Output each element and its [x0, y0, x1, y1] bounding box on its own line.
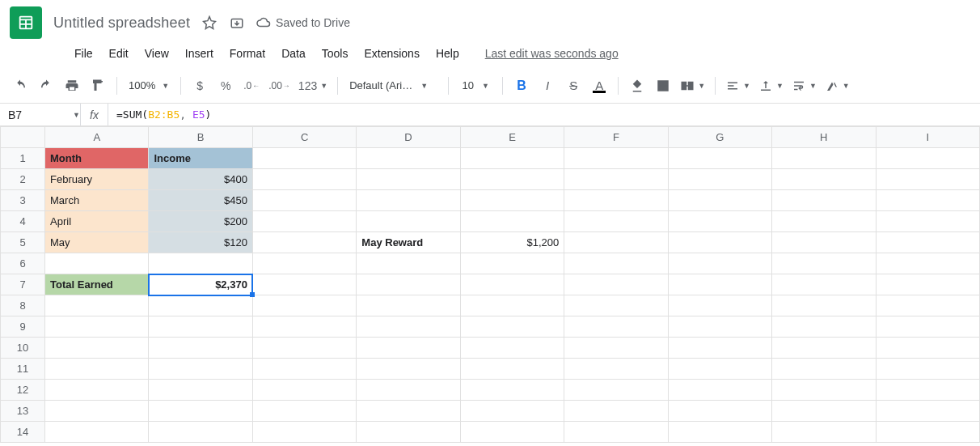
cell-F10[interactable] — [564, 338, 668, 359]
cell-D14[interactable] — [357, 422, 460, 443]
cell-D3[interactable] — [357, 190, 460, 211]
cell-H3[interactable] — [772, 190, 876, 211]
cell-G6[interactable] — [668, 253, 771, 274]
font-select[interactable]: Default (Ari…▼ — [344, 79, 441, 91]
cell-F7[interactable] — [564, 274, 668, 295]
row-header-10[interactable]: 10 — [1, 338, 45, 359]
row-header-9[interactable]: 9 — [1, 316, 45, 338]
cell-I9[interactable] — [876, 316, 979, 338]
cell-B8[interactable] — [149, 295, 252, 316]
sheets-app-icon[interactable] — [10, 6, 42, 39]
cell-F2[interactable] — [564, 169, 668, 190]
menu-format[interactable]: Format — [223, 44, 272, 63]
undo-button[interactable] — [8, 74, 32, 98]
font-size-select[interactable]: 10▼ — [455, 79, 496, 91]
cell-F11[interactable] — [564, 359, 668, 380]
cell-D6[interactable] — [357, 253, 460, 274]
cell-A4[interactable]: April — [45, 211, 149, 232]
cell-H12[interactable] — [772, 380, 876, 401]
cell-I3[interactable] — [876, 190, 979, 211]
cell-E4[interactable] — [460, 211, 564, 232]
cell-E3[interactable] — [460, 190, 564, 211]
cell-D12[interactable] — [357, 380, 460, 401]
menu-view[interactable]: View — [138, 44, 175, 63]
wrap-button[interactable]: ▼ — [788, 74, 820, 98]
cell-B5[interactable]: $120 — [149, 232, 252, 253]
row-header-12[interactable]: 12 — [1, 380, 45, 401]
col-header-F[interactable]: F — [564, 127, 668, 148]
cell-C10[interactable] — [252, 338, 356, 359]
cell-E1[interactable] — [460, 148, 564, 169]
cell-I12[interactable] — [876, 380, 979, 401]
cell-I13[interactable] — [876, 401, 979, 422]
cell-B6[interactable] — [149, 253, 252, 274]
strikethrough-button[interactable]: S — [561, 74, 585, 98]
cell-A11[interactable] — [45, 359, 149, 380]
row-header-8[interactable]: 8 — [1, 295, 45, 316]
format-currency-button[interactable]: $ — [188, 74, 212, 98]
format-percent-button[interactable]: % — [213, 74, 238, 98]
cell-B7[interactable]: $2,370 — [149, 274, 252, 295]
cell-I5[interactable] — [876, 232, 979, 253]
cell-C6[interactable] — [252, 253, 356, 274]
last-edit-link[interactable]: Last edit was seconds ago — [485, 47, 619, 60]
col-header-A[interactable]: A — [45, 127, 149, 148]
cell-C8[interactable] — [252, 295, 356, 316]
cell-I1[interactable] — [876, 148, 979, 169]
col-header-G[interactable]: G — [668, 127, 771, 148]
cell-D5[interactable]: May Reward — [357, 232, 460, 253]
menu-insert[interactable]: Insert — [179, 44, 220, 63]
cell-A13[interactable] — [45, 401, 149, 422]
cell-E9[interactable] — [460, 316, 564, 338]
cell-G2[interactable] — [668, 169, 771, 190]
cell-D9[interactable] — [357, 316, 460, 338]
cell-H7[interactable] — [772, 274, 876, 295]
cell-E2[interactable] — [460, 169, 564, 190]
cell-A7[interactable]: Total Earned — [45, 274, 149, 295]
text-color-button[interactable]: A — [587, 74, 611, 98]
cell-C13[interactable] — [252, 401, 356, 422]
cell-I7[interactable] — [876, 274, 979, 295]
row-header-1[interactable]: 1 — [1, 148, 45, 169]
h-align-button[interactable]: ▼ — [722, 74, 754, 98]
menu-tools[interactable]: Tools — [315, 44, 355, 63]
cell-A8[interactable] — [45, 295, 149, 316]
row-header-11[interactable]: 11 — [1, 359, 45, 380]
row-header-2[interactable]: 2 — [1, 169, 45, 190]
increase-decimal-button[interactable]: .00→ — [265, 74, 294, 98]
menu-data[interactable]: Data — [275, 44, 312, 63]
cell-B13[interactable] — [149, 401, 252, 422]
cell-G13[interactable] — [668, 401, 771, 422]
number-format-button[interactable]: 123▼ — [295, 74, 331, 98]
cell-B10[interactable] — [149, 338, 252, 359]
cell-A10[interactable] — [45, 338, 149, 359]
cell-C4[interactable] — [252, 211, 356, 232]
cell-D13[interactable] — [357, 401, 460, 422]
cell-D8[interactable] — [357, 295, 460, 316]
menu-file[interactable]: File — [68, 44, 99, 63]
col-header-D[interactable]: D — [357, 127, 460, 148]
cell-G9[interactable] — [668, 316, 771, 338]
cell-G8[interactable] — [668, 295, 771, 316]
formula-input[interactable]: =SUM(B2:B5, E5) — [108, 108, 211, 121]
cell-G7[interactable] — [668, 274, 771, 295]
cell-G11[interactable] — [668, 359, 771, 380]
cell-E10[interactable] — [460, 338, 564, 359]
row-header-5[interactable]: 5 — [1, 232, 45, 253]
star-icon[interactable] — [201, 15, 218, 31]
cell-I8[interactable] — [876, 295, 979, 316]
cell-E6[interactable] — [460, 253, 564, 274]
cell-F1[interactable] — [564, 148, 668, 169]
cell-H9[interactable] — [772, 316, 876, 338]
cell-C1[interactable] — [252, 148, 356, 169]
cell-E7[interactable] — [460, 274, 564, 295]
cell-H11[interactable] — [772, 359, 876, 380]
cell-A2[interactable]: February — [45, 169, 149, 190]
cell-C12[interactable] — [252, 380, 356, 401]
borders-button[interactable] — [651, 74, 675, 98]
cell-F12[interactable] — [564, 380, 668, 401]
cell-C5[interactable] — [252, 232, 356, 253]
cell-H13[interactable] — [772, 401, 876, 422]
cell-H1[interactable] — [772, 148, 876, 169]
move-icon[interactable] — [229, 15, 245, 31]
